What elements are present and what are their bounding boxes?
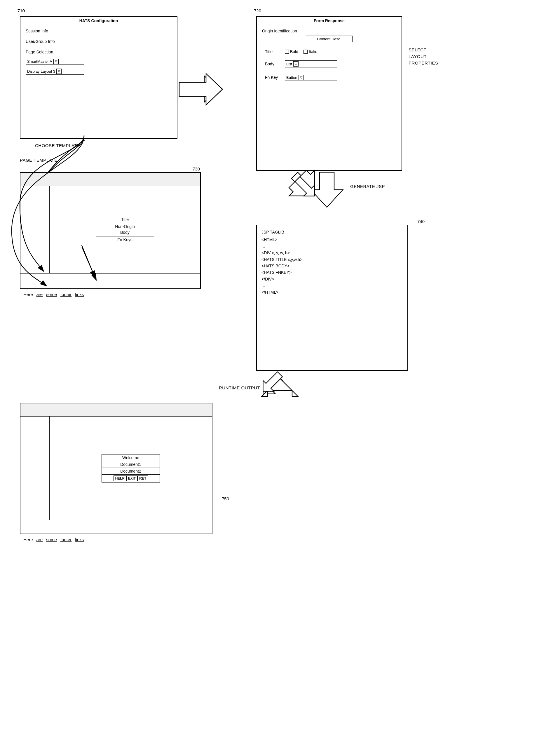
runtime-btns: HELP EXIT RET <box>102 475 160 481</box>
jsp-code-content: JSP TAGLIB <HTML> ... <DIV x, y, w, h> <… <box>257 225 407 299</box>
rt-footer-footer[interactable]: footer <box>60 537 71 542</box>
hats-config-body: Session Info User/Group Info Page Select… <box>20 25 177 78</box>
btn-help[interactable]: HELP <box>114 475 126 481</box>
body-field-label: Body <box>265 62 282 66</box>
svg-marker-19 <box>262 378 298 396</box>
italic-label: Italic <box>309 49 317 54</box>
session-info-label: Session Info <box>26 29 172 33</box>
template-footer-links: Here are some footer links <box>23 292 84 297</box>
user-group-label: User/Group Info <box>26 39 172 44</box>
italic-checkbox[interactable]: Italic <box>303 49 317 54</box>
ref-710-text: 710 <box>18 8 25 13</box>
diagram: 710 710 720 HATS Configuration Session I… <box>0 0 546 756</box>
page-template-box: Title Non-OriginBody Fn Keys <box>20 172 201 289</box>
fnkey-dropdown-value: Button <box>286 75 297 80</box>
footer-are[interactable]: are <box>36 292 43 297</box>
jsp-line9: ... <box>261 282 403 289</box>
generate-jsp-label: GENERATE JSP <box>350 184 385 189</box>
form-response-title: Form Response <box>257 17 402 25</box>
svg-marker-18 <box>285 166 327 209</box>
footer-some[interactable]: some <box>46 292 57 297</box>
svg-marker-3 <box>280 385 309 485</box>
fnkey-dropdown[interactable]: Button ▽ <box>285 74 337 81</box>
jsp-line6: <HATS:BODY> <box>261 263 403 269</box>
runtime-header-bar <box>20 403 212 417</box>
runtime-content-area: Welcome Document1 Document2 HELP EXIT RE… <box>50 417 212 520</box>
ref-730-text: 730 <box>193 166 200 171</box>
runtime-output-label: RUNTIME OUTPUT <box>219 385 260 390</box>
bold-checkbox[interactable]: Bold <box>285 49 298 54</box>
smartmaster-label: SmartMaster A <box>27 59 52 64</box>
btn-exit[interactable]: EXIT <box>126 475 138 481</box>
runtime-welcome-row: Welcome <box>102 454 160 461</box>
jsp-line1: JSP TAGLIB <box>261 229 403 235</box>
runtime-doc1-row: Document1 <box>102 461 160 468</box>
runtime-sidebar <box>20 417 50 520</box>
display-layout-dropdown[interactable]: Display Layout 3 ▽ <box>26 68 84 75</box>
jsp-line4: <DIV x, y, w, h> <box>261 250 403 256</box>
fnkey-dropdown-arrow[interactable]: ▽ <box>299 75 304 80</box>
template-content-area: Title Non-OriginBody Fn Keys <box>50 186 200 273</box>
rt-footer-are[interactable]: are <box>36 537 43 542</box>
bold-checkbox-box[interactable] <box>285 50 289 54</box>
svg-marker-23 <box>258 369 285 397</box>
form-response-body: Origin Identification Content Desc. Titl… <box>257 25 402 86</box>
template-body-area: Title Non-OriginBody Fn Keys <box>20 186 200 274</box>
template-fnkeys-row: Fn Keys <box>96 236 154 243</box>
content-desc-btn[interactable]: Content Desc. <box>306 36 353 42</box>
body-dropdown-arrow[interactable]: ▽ <box>293 61 299 67</box>
ref-750-text: 750 <box>222 496 229 501</box>
template-header-bar <box>20 173 200 186</box>
choose-template-label: CHOOSE TEMPLATE <box>35 143 80 148</box>
ref-740-text: 740 <box>417 219 425 224</box>
jsp-line8: </DIV> <box>261 276 403 282</box>
runtime-content-box: Welcome Document1 Document2 HELP EXIT RE… <box>102 454 160 482</box>
display-layout-arrow[interactable]: ▽ <box>56 69 62 74</box>
body-dropdown[interactable]: List ▽ <box>285 60 337 67</box>
svg-marker-8 <box>260 382 315 490</box>
template-body-row: Non-OriginBody <box>96 223 154 236</box>
italic-checkbox-box[interactable] <box>303 50 308 54</box>
svg-marker-22 <box>292 174 320 201</box>
page-template-label: PAGE TEMPLATE <box>20 158 57 163</box>
btn-ret[interactable]: RET <box>137 475 148 481</box>
display-layout-label: Display Layout 3 <box>27 69 55 74</box>
page-selection-label: Page Selection <box>26 50 172 54</box>
svg-marker-2 <box>301 382 347 438</box>
title-field-label: Title <box>265 49 282 54</box>
select-layout-label: SELECTLAYOUTPROPERTIES <box>409 47 438 67</box>
bold-label: Bold <box>290 49 298 54</box>
hats-config-box: HATS Configuration Session Info User/Gro… <box>20 16 177 139</box>
jsp-line7: <HATS:FNKEY> <box>261 269 403 276</box>
svg-marker-16 <box>180 75 222 103</box>
runtime-footer-links: Here are some footer links <box>23 537 84 542</box>
template-title-row: Title <box>96 216 154 223</box>
origin-id-label: Origin Identification <box>262 29 396 33</box>
template-content-box: Title Non-OriginBody Fn Keys <box>96 216 154 243</box>
footer-footer[interactable]: footer <box>60 292 71 297</box>
runtime-body-area: Welcome Document1 Document2 HELP EXIT RE… <box>20 417 212 520</box>
body-dropdown-value: List <box>286 62 292 66</box>
runtime-output-box: Welcome Document1 Document2 HELP EXIT RE… <box>20 403 212 534</box>
svg-marker-13 <box>289 170 317 197</box>
rt-footer-some[interactable]: some <box>46 537 57 542</box>
fnkey-field-label: Fn Key <box>265 75 282 80</box>
footer-links[interactable]: links <box>75 292 84 297</box>
rt-footer-links[interactable]: links <box>75 537 84 542</box>
jsp-line10: </HTML> <box>261 289 403 295</box>
jsp-line2: <HTML> <box>261 236 403 243</box>
jsp-line5: <HATS:TITLE x,y,w,h> <box>261 256 403 263</box>
svg-marker-0 <box>181 76 219 102</box>
runtime-buttons-row: HELP EXIT RET <box>102 475 160 482</box>
svg-marker-1 <box>311 172 343 207</box>
jsp-box: JSP TAGLIB <HTML> ... <DIV x, y, w, h> <… <box>256 225 408 371</box>
runtime-doc2-row: Document2 <box>102 468 160 475</box>
form-response-box: Form Response Origin Identification Cont… <box>256 16 402 171</box>
rt-footer-here: Here <box>23 537 33 542</box>
footer-here: Here <box>23 292 33 297</box>
smartmaster-dropdown[interactable]: SmartMaster A ▽ <box>26 58 84 65</box>
ref-720-text: 720 <box>254 8 261 13</box>
smartmaster-arrow[interactable]: ▽ <box>53 59 59 64</box>
svg-marker-11 <box>185 76 222 102</box>
template-sidebar <box>20 186 50 273</box>
